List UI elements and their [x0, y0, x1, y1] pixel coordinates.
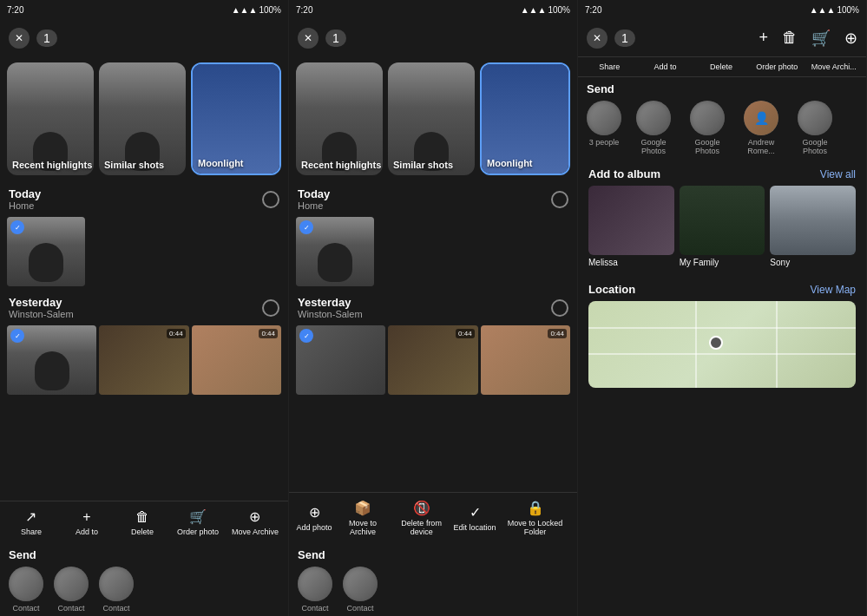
people-avatar-andrew[interactable]: 👤 Andrew Rome... — [739, 101, 783, 155]
photo-thumb-3[interactable]: 0:44 — [192, 325, 281, 395]
movearch-btn-3[interactable]: Move Archi... — [811, 62, 857, 71]
highlight-card-moonlight-2[interactable]: Moonlight — [480, 62, 570, 175]
count-badge-3: 1 — [614, 29, 635, 47]
today-select-2[interactable] — [551, 191, 568, 208]
bottom-toolbar-1: ↗ Share + Add to 🗑 Delete 🛒 Order photo … — [0, 501, 288, 543]
time-2: 7:20 — [296, 5, 312, 15]
avatar-item-2[interactable]: Contact — [54, 567, 89, 613]
order-btn-3[interactable]: Order photo — [755, 62, 798, 71]
archive-action-icon[interactable]: ⊕ — [844, 29, 857, 48]
battery-icon: 100% — [259, 5, 281, 15]
album-header: Add to album View all — [578, 159, 866, 186]
share-icon-1: ↗ — [25, 508, 36, 525]
highlight-label-3: Moonlight — [198, 158, 244, 168]
duration-badge-2: 0:44 — [259, 329, 278, 338]
melissa-name: Melissa — [588, 258, 674, 267]
people-avatar-3[interactable]: Google Photos — [686, 101, 729, 155]
album-sony[interactable]: Sony — [770, 186, 856, 267]
toolbar-row-1: ↗ Share + Add to 🗑 Delete 🛒 Order photo … — [0, 501, 288, 543]
people-avatar-1[interactable]: 3 people — [587, 101, 621, 155]
add-action-icon[interactable]: + — [759, 29, 768, 47]
time-3: 7:20 — [585, 5, 601, 15]
album-my-family[interactable]: My Family — [680, 186, 765, 267]
yesterday-sub-2: Winston-Salem — [298, 309, 363, 319]
send-avatars-1: Contact Contact Contact — [9, 567, 279, 613]
road-v-1 — [695, 301, 697, 388]
delete-device-icon: 📵 — [413, 500, 430, 516]
archive-btn-1[interactable]: ⊕ Move Archive — [232, 508, 279, 536]
yesterday-select-1[interactable] — [262, 299, 279, 317]
today-sub-2: Home — [298, 200, 330, 211]
right-action-icons: + 🗑 🛒 ⊕ — [759, 29, 857, 48]
highlight-card-similar-2[interactable]: Similar shots — [388, 62, 475, 175]
close-button-3[interactable]: ✕ — [587, 28, 608, 49]
status-icons-2: ▲▲▲ 100% — [521, 5, 570, 15]
map-preview[interactable] — [588, 301, 856, 388]
highlight-card-recent-2[interactable]: Recent highlights — [296, 62, 383, 175]
close-button-2[interactable]: ✕ — [298, 28, 319, 49]
delete-action-icon[interactable]: 🗑 — [782, 29, 798, 47]
people-avatar-2[interactable]: Google Photos — [632, 101, 675, 155]
share-btn-3[interactable]: Share — [588, 62, 631, 71]
edit-location-btn[interactable]: ✓ Edit location — [453, 504, 496, 532]
photo-thumb-6[interactable]: 0:44 — [481, 325, 570, 395]
album-melissa[interactable]: Melissa — [588, 186, 674, 267]
order-action-icon[interactable]: 🛒 — [811, 29, 831, 48]
panel-2: 7:20 ▲▲▲ 100% ✕ 1 Recent highlights Simi… — [289, 0, 578, 616]
send-section-3: Send 3 people Google Photos Google Photo… — [578, 77, 866, 159]
move-archive-icon: 📦 — [354, 500, 371, 516]
avatar-item-1[interactable]: Contact — [9, 567, 43, 613]
highlight-card-recent-1[interactable]: Recent highlights — [7, 62, 94, 175]
delete-btn-3[interactable]: Delete — [700, 62, 743, 71]
avatar-item-3[interactable]: Contact — [99, 567, 134, 613]
road-v-2 — [776, 301, 778, 388]
battery-2: 100% — [548, 5, 570, 15]
location-title: Location — [588, 283, 635, 296]
today-select-1[interactable] — [262, 191, 279, 208]
avatar-circle-2 — [636, 101, 671, 135]
delete-icon-1: 🗑 — [135, 509, 149, 525]
add-btn-3[interactable]: Add to — [644, 62, 687, 71]
photo-thumb-5[interactable]: 0:44 — [388, 325, 477, 395]
people-avatar-4[interactable]: Google Photos — [793, 101, 837, 155]
add-photo-btn[interactable]: ⊕ Add photo — [292, 504, 336, 532]
highlights-row-2: Recent highlights Similar shots Moonligh… — [289, 57, 577, 180]
today-photo-1[interactable]: ✓ — [7, 217, 85, 286]
highlight-card-moonlight-1[interactable]: Moonlight — [191, 62, 281, 175]
sony-name: Sony — [770, 258, 856, 267]
close-button-1[interactable]: ✕ — [9, 28, 30, 49]
add-to-btn-1[interactable]: + Add to — [65, 509, 108, 536]
status-icons-1: ▲▲▲ 100% — [232, 5, 281, 15]
toolbar-row-2: ⊕ Add photo 📦 Move to Archive 📵 Delete f… — [289, 493, 577, 543]
order-btn-1[interactable]: 🛒 Order photo — [176, 508, 220, 536]
delete-device-btn[interactable]: 📵 Delete from device — [390, 500, 453, 536]
send-title-1: Send — [9, 548, 279, 561]
highlight-card-similar-1[interactable]: Similar shots — [99, 62, 186, 175]
send-avatars-2: Contact Contact — [298, 567, 568, 613]
movearch-label-3: Move Archi... — [811, 62, 857, 71]
locked-folder-btn[interactable]: 🔒 Move to Locked Folder — [496, 500, 574, 536]
panel-3: 7:20 ▲▲▲ 100% ✕ 1 + 🗑 🛒 ⊕ Share Add to D… — [578, 0, 867, 616]
avatar-1 — [9, 567, 43, 601]
delete-btn-1[interactable]: 🗑 Delete — [121, 509, 164, 536]
share-btn-1[interactable]: ↗ Share — [10, 508, 53, 536]
view-all-link[interactable]: View all — [820, 168, 856, 180]
order-label-1: Order photo — [177, 528, 219, 536]
today-photo-2[interactable]: ✓ — [296, 217, 374, 286]
send-section-2: Send Contact Contact — [289, 543, 577, 616]
view-map-link[interactable]: View Map — [811, 284, 856, 296]
avatar-5 — [343, 567, 378, 601]
photo-thumb-4[interactable]: ✓ — [296, 325, 385, 395]
move-archive-btn[interactable]: 📦 Move to Archive — [336, 500, 390, 536]
photo-thumb-2[interactable]: 0:44 — [99, 325, 188, 395]
avatar-item-4[interactable]: Contact — [298, 567, 332, 613]
photo-check-1: ✓ — [10, 220, 24, 234]
avatar-item-5[interactable]: Contact — [343, 567, 378, 613]
time-1: 7:20 — [7, 5, 23, 15]
yesterday-select-2[interactable] — [551, 299, 568, 317]
delete-label-3: Delete — [710, 62, 732, 71]
photo-thumb-1[interactable]: ✓ — [7, 325, 96, 395]
action-bar-3: ✕ 1 + 🗑 🛒 ⊕ — [578, 19, 866, 57]
add-photo-icon: ⊕ — [309, 504, 320, 521]
people-label-3: Google Photos — [686, 138, 729, 155]
